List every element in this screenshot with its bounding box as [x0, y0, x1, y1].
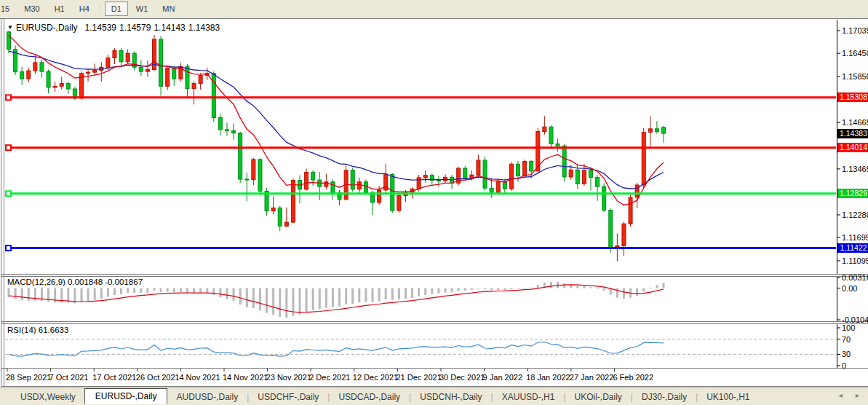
chart-title: ▼EURUSD-,Daily1.145391.145791.141431.143… [7, 23, 223, 33]
macd-axis-label: 0.00 [842, 284, 857, 293]
chart-canvas[interactable] [0, 17, 868, 388]
date-axis-label: 21 Dec 2021 [396, 373, 441, 382]
chart-tab-bar: USDX,WeeklyEURUSD-,DailyAUDUSD-,Daily|US… [0, 388, 868, 405]
tab-usdcad-daily[interactable]: USDCAD-,Daily [330, 390, 409, 404]
date-axis-label: 12 Dec 2021 [353, 373, 398, 382]
date-axis-label: 9 Jan 2022 [483, 373, 522, 382]
timeframe-button-w1[interactable]: W1 [130, 1, 155, 16]
trading-terminal: 15M30H1H4D1W1MN ▼EURUSD-,Daily1.145391.1… [0, 0, 868, 405]
price-axis-label: 1.11695 [842, 233, 868, 242]
date-axis-label: 18 Jan 2022 [526, 373, 570, 382]
tab-audusd-daily[interactable]: AUDUSD-,Daily [167, 390, 247, 404]
macd-main-value: 0.001848 [68, 278, 103, 286]
date-axis-label: 28 Sep 2021 [6, 373, 51, 382]
rsi-panel [5, 339, 836, 357]
timeframe-button-h1[interactable]: H1 [48, 1, 71, 16]
timeframe-button-d1[interactable]: D1 [105, 1, 128, 16]
chart-symbol-label: EURUSD-,Daily [16, 23, 78, 33]
timeframe-button-m30[interactable]: M30 [17, 1, 46, 16]
timeframe-toolbar: 15M30H1H4D1W1MN [0, 0, 868, 17]
rsi-value: 61.6633 [39, 326, 69, 334]
date-axis-label: 14 Nov 2021 [223, 373, 268, 382]
rsi-axis-label: 30 [842, 350, 851, 358]
macd-panel [8, 282, 665, 318]
price-axis-label: 1.11095 [842, 256, 868, 265]
price-axis-label: 1.15850 [842, 72, 868, 81]
date-axis-label: 7 Oct 2021 [49, 373, 89, 382]
macd-signal-value: -0.001867 [105, 278, 143, 286]
price-line-badge: 1.12829 [837, 189, 868, 198]
hline-anchor[interactable] [6, 145, 11, 150]
price-axis-label: 1.16450 [842, 49, 868, 58]
date-axis-label: 23 Nov 2021 [266, 373, 311, 382]
price-axis-label: 1.17035 [842, 26, 868, 35]
hline-anchor[interactable] [6, 191, 11, 196]
macd-name: MACD(12,26,9) [7, 278, 65, 286]
toolbar-separator [100, 3, 101, 14]
timeframe-button-mn[interactable]: MN [156, 1, 181, 16]
price-axis-label: 1.13465 [842, 165, 868, 173]
rsi-axis-label: 0 [842, 361, 846, 370]
rsi-axis-label: 100 [842, 323, 855, 332]
timeframe-button-15[interactable]: 15 [0, 1, 16, 16]
tab-ukoil-daily[interactable]: UKOil-,Daily [566, 390, 631, 404]
chart-window[interactable]: ▼EURUSD-,Daily1.145391.145791.141431.143… [0, 17, 868, 388]
ohlc-low: 1.14143 [154, 23, 185, 33]
chart-shift-icon: ▼ [7, 24, 13, 31]
current-price-badge: 1.14383 [837, 129, 868, 138]
price-axis-line [7, 20, 840, 371]
price-line-badge: 1.14014 [837, 143, 868, 152]
rsi-line [9, 342, 664, 357]
rsi-indicator-label: RSI(14) 61.6633 [7, 326, 68, 334]
tab-scroll-nav[interactable]: ◄ ► [837, 392, 865, 399]
date-axis-label: 17 Oct 2021 [92, 373, 136, 382]
horizontal-line-objects [5, 95, 836, 251]
price-line-badge: 1.11422 [837, 243, 868, 253]
date-axis-label: 26 Oct 2021 [136, 373, 180, 382]
tab-usdcnh-daily[interactable]: USDCNH-,Daily [411, 390, 490, 404]
date-axis-label: 6 Feb 2022 [613, 373, 653, 382]
hline-anchor[interactable] [6, 95, 11, 100]
ohlc-high: 1.14579 [119, 23, 151, 33]
price-line-badge: 1.15308 [837, 93, 868, 102]
rsi-name: RSI(14) [7, 326, 36, 334]
tab-dj30-daily[interactable]: DJ30-,Daily [633, 390, 696, 404]
tab-usdx-weekly[interactable]: USDX,Weekly [12, 390, 84, 404]
timeframe-button-h4[interactable]: H4 [73, 1, 96, 16]
date-axis-label: 27 Jan 2022 [570, 373, 614, 382]
ohlc-close: 1.14383 [188, 23, 220, 33]
hline-anchor[interactable] [6, 245, 11, 251]
price-axis-label: 1.14665 [842, 118, 868, 127]
candlestick-series [7, 31, 666, 262]
macd-indicator-label: MACD(12,26,9) 0.001848 -0.001867 [7, 278, 143, 286]
date-axis-label: 4 Nov 2021 [179, 373, 220, 382]
tab-xauusd-h1[interactable]: XAUUSD-,H1 [493, 390, 564, 404]
price-axis-label: 1.12280 [842, 211, 868, 219]
rsi-axis-label: 70 [842, 335, 851, 344]
ohlc-open: 1.14539 [85, 23, 116, 33]
macd-axis-label: 0.003165 [842, 273, 868, 282]
window-frame [0, 19, 868, 387]
date-axis-label: 2 Dec 2021 [309, 373, 350, 382]
date-axis-label: 30 Dec 2021 [439, 373, 485, 382]
tab-uk100-h1[interactable]: UK100-,H1 [698, 390, 758, 404]
tab-eurusd-daily[interactable]: EURUSD-,Daily [84, 388, 168, 404]
tab-usdchf-daily[interactable]: USDCHF-,Daily [249, 390, 327, 404]
